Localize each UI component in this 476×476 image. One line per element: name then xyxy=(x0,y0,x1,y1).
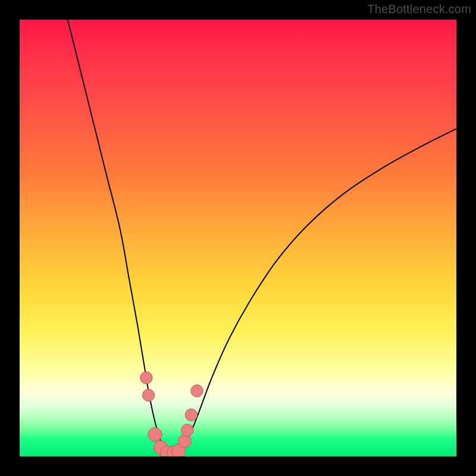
watermark-text: TheBottleneck.com xyxy=(367,2,471,16)
data-marker xyxy=(191,385,203,397)
curve-left-branch xyxy=(68,20,170,453)
data-marker xyxy=(178,434,191,447)
data-marker xyxy=(181,424,194,437)
data-marker xyxy=(140,372,153,384)
data-marker xyxy=(148,428,162,441)
data-marker xyxy=(142,389,155,402)
chart-svg xyxy=(20,20,456,456)
data-marker xyxy=(185,409,198,421)
plot-area xyxy=(20,20,456,456)
chart-frame: TheBottleneck.com xyxy=(0,0,476,476)
curve-right-branch xyxy=(177,129,456,453)
